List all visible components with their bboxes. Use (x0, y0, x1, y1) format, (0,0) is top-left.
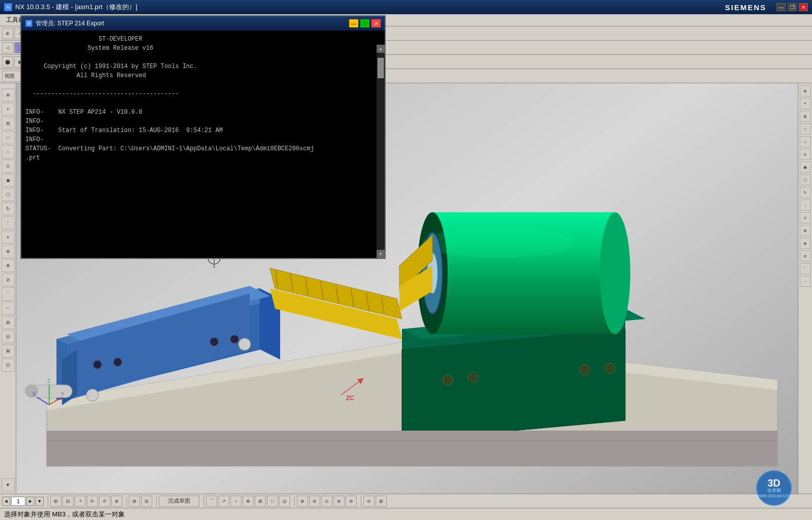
svg-point-35 (580, 365, 590, 375)
right-btn-7[interactable]: ◉ (800, 161, 811, 173)
svg-point-34 (468, 372, 478, 382)
right-btn-16[interactable]: ~ (800, 276, 811, 287)
restore-button[interactable]: ❐ (788, 3, 797, 11)
right-btn-5[interactable]: ○ (800, 136, 811, 147)
watermark-url-text: WWW.3DSJW.COM (756, 494, 792, 498)
svg-point-10 (210, 338, 218, 346)
side-expand[interactable]: ▼ (2, 478, 15, 492)
right-btn-4[interactable]: □ (800, 123, 811, 135)
bt-more2[interactable]: ⊞ (255, 496, 266, 507)
bt-btn5[interactable]: ↺ (99, 496, 110, 507)
side-btn-18[interactable]: ⊟ (2, 330, 15, 343)
dialog-scrollbar[interactable]: ▲ ▼ (377, 45, 385, 258)
bt-con2[interactable]: ⊘ (309, 496, 320, 507)
bt-con4[interactable]: ⊛ (333, 496, 345, 507)
minimize-button[interactable]: — (776, 3, 786, 11)
side-btn-12[interactable]: ⊕ (2, 245, 15, 258)
side-btn-9[interactable]: ↻ (2, 202, 15, 215)
bt-dim2[interactable]: ⊞ (376, 496, 387, 507)
side-btn-13[interactable]: ⊗ (2, 259, 15, 272)
right-btn-6[interactable]: ⊙ (800, 149, 811, 160)
side-btn-bottom[interactable]: ▼ (2, 478, 15, 492)
bt-curve1[interactable]: ⌒ (206, 496, 217, 507)
right-btn-13[interactable]: ⊗ (800, 238, 811, 249)
side-btn-11[interactable]: ≡ (2, 231, 15, 244)
siemens-logo: SIEMENS (725, 3, 766, 12)
side-btn-17[interactable]: ⊞ (2, 316, 15, 329)
bt-dim1[interactable]: ⊝ (363, 496, 375, 507)
side-btn-6[interactable]: ⊙ (2, 159, 15, 173)
side-btn-5[interactable]: ○ (2, 145, 15, 158)
page-indicator: ◄ 1 ► ▼ (2, 497, 44, 506)
svg-text:Y: Y (61, 392, 64, 397)
svg-text:Z: Z (47, 378, 50, 384)
bt-circle2[interactable]: ◎ (279, 496, 290, 507)
bt-con5[interactable]: ⊜ (346, 496, 357, 507)
side-btn-1[interactable]: ⊕ (2, 88, 15, 102)
dialog-minimize-button[interactable]: — (349, 19, 358, 27)
bt-btn8[interactable]: ⊟ (141, 496, 152, 507)
dialog-controls[interactable]: — □ ✕ (349, 19, 381, 27)
right-btn-8[interactable]: ⬡ (800, 174, 811, 185)
right-btn-11[interactable]: ≡ (800, 212, 811, 223)
watermark: 3D 世界网 WWW.3DSJW.COM (756, 470, 792, 506)
bt-sep4 (201, 496, 204, 507)
scroll-thumb[interactable] (378, 58, 384, 78)
page-prev-button[interactable]: ◄ (2, 497, 10, 506)
tb1-snap[interactable]: ⊕ (2, 28, 13, 39)
right-btn-2[interactable]: ⌖ (800, 98, 811, 109)
bt-con1[interactable]: ⊗ (297, 496, 308, 507)
tb2-btn1[interactable]: ◁ (2, 42, 13, 53)
dialog-close-button[interactable]: ✕ (371, 19, 381, 27)
side-btn-10[interactable]: ⋮ (2, 216, 15, 230)
bt-btn4[interactable]: ↻ (87, 496, 98, 507)
bt-complete-sketch[interactable]: 完成草图 (159, 496, 199, 507)
page-next-button[interactable]: ► (26, 497, 35, 506)
close-button[interactable]: ✕ (799, 3, 808, 11)
scroll-up-button[interactable]: ▲ (377, 45, 385, 53)
bt-circle1[interactable]: ○ (230, 496, 242, 507)
scroll-track[interactable] (377, 53, 385, 250)
right-btn-3[interactable]: ⊞ (800, 111, 811, 122)
side-btn-15[interactable]: ⌒ (2, 287, 15, 301)
bt-btn2[interactable]: ⊟ (62, 496, 74, 507)
right-btn-10[interactable]: ⋮ (800, 200, 811, 211)
svg-point-9 (230, 335, 239, 343)
dialog-maximize-button[interactable]: □ (360, 19, 369, 27)
side-btn-3[interactable]: ⊞ (2, 117, 15, 130)
bt-btn3[interactable]: ⌖ (75, 496, 86, 507)
svg-point-38 (239, 338, 251, 350)
bt-more1[interactable]: ⊕ (243, 496, 254, 507)
page-number[interactable]: 1 (11, 497, 25, 506)
right-btn-15[interactable]: ⌒ (800, 263, 811, 274)
bt-btn1[interactable]: ⊞ (50, 496, 61, 507)
bt-btn7[interactable]: ⊞ (129, 496, 140, 507)
side-btn-20[interactable]: ⊡ (2, 359, 15, 372)
bt-rect1[interactable]: □ (267, 496, 278, 507)
side-btn-7[interactable]: ◉ (2, 174, 15, 187)
side-btn-2[interactable]: ⌖ (2, 103, 15, 116)
right-btn-14[interactable]: ⊘ (800, 250, 811, 262)
right-btn-12[interactable]: ⊕ (800, 225, 811, 236)
right-btn-1[interactable]: ⊕ (800, 85, 811, 96)
side-btn-8[interactable]: ⬡ (2, 188, 15, 201)
side-btn-14[interactable]: ⊘ (2, 273, 15, 286)
app-title: NX 10.0.3.5 - 建模 - [asm1.prt（修改的）] (15, 3, 138, 12)
bt-con3[interactable]: ⊙ (321, 496, 332, 507)
bt-curve2[interactable]: ↗ (218, 496, 229, 507)
scroll-down-button[interactable]: ▼ (377, 250, 385, 258)
svg-line-48 (37, 397, 49, 405)
page-dropdown[interactable]: ▼ (36, 497, 44, 506)
right-btn-9[interactable]: ↻ (800, 187, 811, 198)
side-btn-16[interactable]: ~ (2, 302, 15, 315)
tb3-btn1[interactable]: ⬤ (2, 56, 13, 68)
side-btn-19[interactable]: ⊠ (2, 344, 15, 358)
title-left: N NX 10.0.3.5 - 建模 - [asm1.prt（修改的）] (4, 3, 138, 12)
left-panel-label: 实 (3, 85, 13, 87)
bt-sep3 (154, 496, 157, 507)
title-controls[interactable]: SIEMENS — ❐ ✕ (725, 3, 808, 12)
bt-btn6[interactable]: ⊕ (111, 496, 122, 507)
svg-point-36 (605, 363, 615, 373)
bt-sep1 (46, 496, 48, 507)
side-btn-4[interactable]: □ (2, 131, 15, 144)
